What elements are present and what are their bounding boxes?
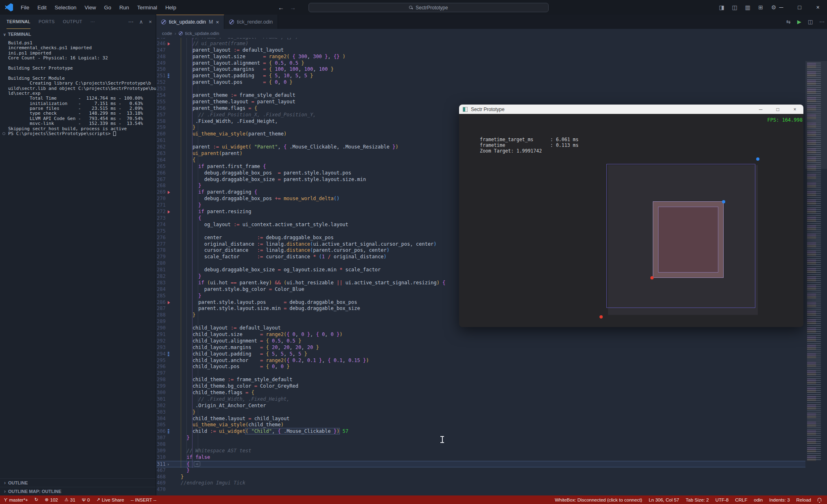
minimap-slider[interactable] xyxy=(805,61,827,169)
maximize-button[interactable]: □ xyxy=(790,0,809,15)
code-line-305[interactable]: 305 ui_theme_via_style(child_theme) xyxy=(156,422,805,428)
code-line-292[interactable]: 292 child_layout.alignment = { 0.5, 0.5 … xyxy=(156,338,805,345)
outline-section-outline[interactable]: ›OUTLINE xyxy=(0,478,156,487)
status-right-0[interactable]: WhiteBox: Disconnected (click to connect… xyxy=(555,497,642,502)
status-left-2[interactable]: ⊗102 xyxy=(45,497,58,502)
sectr-minimize-button[interactable]: ─ xyxy=(752,105,769,114)
code-line-302[interactable]: 302 .Origin_At_Anchor_Center xyxy=(156,403,805,409)
code-line-468[interactable]: 468} xyxy=(156,474,805,480)
code-line-297[interactable]: 297 xyxy=(156,370,805,377)
history-back-icon[interactable]: ← xyxy=(278,4,284,11)
panel-action-2[interactable]: × xyxy=(149,19,152,25)
code-line-246[interactable]: 246 // ui_parent(frame) xyxy=(156,41,805,47)
code-line-298[interactable]: 298 child_theme := frame_style_default xyxy=(156,377,805,383)
panel-tab-⋯[interactable]: ⋯ xyxy=(90,15,95,29)
code-line-248[interactable]: 248 parent_layout.size = range2( { 300, … xyxy=(156,54,805,60)
code-line-469[interactable]: 469//endregion Imgui Tick xyxy=(156,480,805,487)
menu-help[interactable]: Help xyxy=(162,3,180,12)
sectr-maximize-button[interactable]: □ xyxy=(769,105,786,114)
breadcrumb[interactable]: code › tick_update.odin xyxy=(156,29,827,38)
editor-action-3[interactable]: ⋯ xyxy=(819,19,825,25)
status-left-3[interactable]: ⚠31 xyxy=(64,497,75,502)
minimap[interactable] xyxy=(805,61,827,495)
code-line-300[interactable]: 300 child_theme.flags = { xyxy=(156,390,805,396)
tab-tick_update.odin[interactable]: tick_update.odinM× xyxy=(156,15,224,29)
history-forward-icon[interactable]: → xyxy=(290,4,296,11)
menu-file[interactable]: File xyxy=(17,3,33,12)
breadcrumb-file[interactable]: tick_update.odin xyxy=(185,31,219,36)
code-line-467[interactable]: 467 } xyxy=(156,467,805,474)
status-right-6[interactable]: Indents: 3 xyxy=(769,497,790,502)
code-line-304[interactable]: 304 child_theme.layout = child_layout xyxy=(156,416,805,422)
terminal-prompt[interactable]: PS C:\projects\SectrPrototype\scripts> xyxy=(8,131,156,136)
code-line-252[interactable]: 252 parent_layout.pos = { 0, 0 } xyxy=(156,79,805,86)
status-right-4[interactable]: CRLF xyxy=(735,497,747,502)
status-right-2[interactable]: Tab Size: 2 xyxy=(686,497,709,502)
panel-action-1[interactable]: ∧ xyxy=(139,19,143,25)
status-right-7[interactable]: Reload xyxy=(796,497,811,502)
status-right-5[interactable]: odin xyxy=(754,497,763,502)
menu-run[interactable]: Run xyxy=(116,3,133,12)
status-left-4[interactable]: Ψ0 xyxy=(82,497,90,502)
outline-section-outline-map-outline[interactable]: ›OUTLINE MAP: OUTLINE xyxy=(0,487,156,495)
menu-terminal[interactable]: Terminal xyxy=(133,3,161,12)
code-line-251[interactable]: 251 parent_layout.padding = { 5, 10, 5, … xyxy=(156,73,805,79)
sectr-prototype-window[interactable]: Sectr Prototype ─ □ × FPS: 164.998 frame… xyxy=(459,105,803,327)
tab-close-icon[interactable]: × xyxy=(216,19,219,25)
editor-action-1[interactable]: ▶ xyxy=(797,19,801,25)
code-line-291[interactable]: 291 child_layout.size = range2({ 0, 0 },… xyxy=(156,332,805,338)
code-line-470[interactable]: 470 xyxy=(156,487,805,493)
code-line-307[interactable]: 307 } xyxy=(156,435,805,441)
menu-edit[interactable]: Edit xyxy=(34,3,50,12)
code-line-296[interactable]: 296 child_layout.pos = { 0, 0 } xyxy=(156,364,805,370)
sectr-close-button[interactable]: × xyxy=(786,105,803,114)
terminal-section-header[interactable]: ∨TERMINAL xyxy=(0,29,156,39)
command-search-input[interactable]: SectrPrototype xyxy=(308,3,549,12)
code-line-247[interactable]: 247 parent_layout := default_layout xyxy=(156,47,805,54)
layout-icon-3[interactable]: ⊞ xyxy=(756,4,765,11)
status-right-3[interactable]: UTF-8 xyxy=(715,497,729,502)
panel-tab-terminal[interactable]: TERMINAL xyxy=(7,15,31,29)
code-line-250[interactable]: 250 parent_layout.margins = { 100, 100, … xyxy=(156,66,805,73)
statusbar-right: WhiteBox: Disconnected (click to connect… xyxy=(555,497,827,502)
terminal-output[interactable]: Build.ps1incremental_checks.ps1 imported… xyxy=(0,41,156,252)
breadcrumb-folder[interactable]: code xyxy=(162,31,172,36)
panel-tab-ports[interactable]: PORTS xyxy=(39,15,55,29)
code-line-293[interactable]: 293 child_layout.margins = { 20, 20, 20,… xyxy=(156,345,805,351)
status-left-6[interactable]: -- INSERT -- xyxy=(131,497,156,502)
code-line-299[interactable]: 299 child_theme.bg_color = Color_GreyRed xyxy=(156,383,805,390)
menu-view[interactable]: View xyxy=(81,3,100,12)
code-line-245[interactable]: 245 // frame := ui_widget( "Frame", {} ) xyxy=(156,38,805,41)
code-line-254[interactable]: 254 parent_theme := frame_style_default xyxy=(156,92,805,99)
layout-icon-0[interactable]: ◨ xyxy=(717,4,726,11)
status-left-0[interactable]: ϒmaster*+ xyxy=(4,497,28,502)
sectr-titlebar[interactable]: Sectr Prototype ─ □ × xyxy=(459,105,803,114)
panel-tab-output[interactable]: OUTPUT xyxy=(63,15,83,29)
status-left-1[interactable]: ↻ xyxy=(35,497,38,502)
notifications-bell-icon[interactable] xyxy=(818,498,821,502)
tab-tick_render.odin[interactable]: tick_render.odin xyxy=(224,15,278,29)
code-line-294[interactable]: 294 child_layout.padding = { 5, 5, 5, 5 … xyxy=(156,351,805,358)
status-left-5[interactable]: ↗Live Share xyxy=(96,497,124,502)
code-line-301[interactable]: 301 // .Fixed_Width, .Fixed_Height, xyxy=(156,396,805,403)
code-line-310[interactable]: 310 if false xyxy=(156,454,805,461)
code-line-295[interactable]: 295 child_layout.anchor = range2({ 0.2, … xyxy=(156,358,805,364)
code-line-306[interactable]: 306 child := ui_widget( "Child", { .Mous… xyxy=(156,428,805,435)
code-line-253[interactable]: 253 xyxy=(156,86,805,92)
code-line-309[interactable]: 309 // Whitespace AST test xyxy=(156,448,805,454)
layout-icon-1[interactable]: ◫ xyxy=(730,4,739,11)
code-line-249[interactable]: 249 parent_layout.alignment = { 0.5, 0.5… xyxy=(156,60,805,67)
status-right-1[interactable]: Ln 306, Col 57 xyxy=(649,497,679,502)
close-button[interactable]: × xyxy=(809,0,827,15)
sectr-viewport[interactable]: FPS: 164.998 frametime_target_ms : 6.061… xyxy=(459,114,803,327)
code-line-311[interactable]: 311› { ⋯ xyxy=(156,461,805,467)
code-line-303[interactable]: 303 } xyxy=(156,409,805,416)
editor-action-0[interactable]: ⇆ xyxy=(786,19,791,25)
menu-go[interactable]: Go xyxy=(101,3,115,12)
code-line-308[interactable]: 308 xyxy=(156,441,805,448)
panel-action-0[interactable]: ⋯ xyxy=(128,19,133,25)
editor-action-2[interactable]: ◫ xyxy=(808,19,813,25)
layout-icon-2[interactable]: ▥ xyxy=(743,4,752,11)
minimize-button[interactable]: ─ xyxy=(772,0,790,15)
menu-selection[interactable]: Selection xyxy=(51,3,80,12)
